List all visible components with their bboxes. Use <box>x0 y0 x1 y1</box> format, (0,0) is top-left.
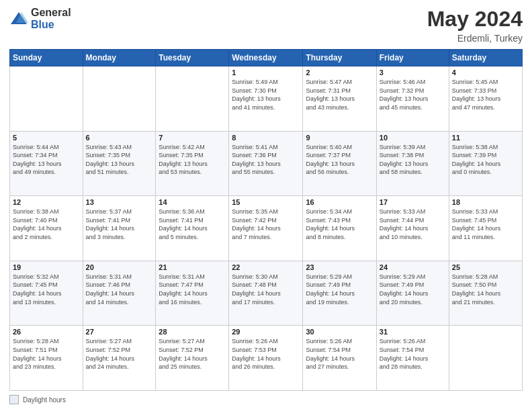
day-info: Sunrise: 5:37 AM Sunset: 7:41 PM Dayligh… <box>86 208 153 241</box>
day-info: Sunrise: 5:32 AM Sunset: 7:45 PM Dayligh… <box>13 273 80 306</box>
day-info: Sunrise: 5:39 AM Sunset: 7:38 PM Dayligh… <box>380 143 446 177</box>
col-saturday: Saturday <box>449 50 522 66</box>
table-row: 28Sunrise: 5:27 AM Sunset: 7:52 PM Dayli… <box>156 326 229 391</box>
table-row: 19Sunrise: 5:32 AM Sunset: 7:45 PM Dayli… <box>10 261 83 326</box>
day-number: 23 <box>306 263 373 271</box>
col-tuesday: Tuesday <box>156 50 229 66</box>
header: General Blue May 2024 Erdemli, Turkey <box>9 7 523 44</box>
table-row <box>156 66 229 132</box>
col-wednesday: Wednesday <box>229 50 303 66</box>
day-info: Sunrise: 5:41 AM Sunset: 7:36 PM Dayligh… <box>232 143 300 177</box>
table-row: 13Sunrise: 5:37 AM Sunset: 7:41 PM Dayli… <box>83 196 156 261</box>
day-number: 19 <box>13 263 80 271</box>
day-number: 31 <box>380 328 446 336</box>
calendar-week-row: 19Sunrise: 5:32 AM Sunset: 7:45 PM Dayli… <box>10 261 523 326</box>
day-number: 12 <box>13 198 80 206</box>
table-row: 1Sunrise: 5:49 AM Sunset: 7:30 PM Daylig… <box>229 66 303 132</box>
day-number: 11 <box>452 134 519 142</box>
table-row: 10Sunrise: 5:39 AM Sunset: 7:38 PM Dayli… <box>376 131 449 196</box>
day-info: Sunrise: 5:28 AM Sunset: 7:50 PM Dayligh… <box>452 273 519 306</box>
day-number: 7 <box>159 134 226 142</box>
day-number: 15 <box>232 198 300 206</box>
col-friday: Friday <box>376 50 449 66</box>
day-number: 9 <box>306 134 373 142</box>
day-number: 29 <box>232 328 300 336</box>
table-row <box>449 326 522 391</box>
day-info: Sunrise: 5:49 AM Sunset: 7:30 PM Dayligh… <box>232 78 300 111</box>
day-number: 8 <box>232 134 300 142</box>
col-sunday: Sunday <box>10 50 83 66</box>
day-info: Sunrise: 5:30 AM Sunset: 7:48 PM Dayligh… <box>232 273 300 306</box>
day-number: 21 <box>159 263 226 271</box>
table-row: 27Sunrise: 5:27 AM Sunset: 7:52 PM Dayli… <box>83 326 156 391</box>
day-number: 16 <box>306 198 373 206</box>
day-number: 3 <box>380 68 446 77</box>
table-row: 11Sunrise: 5:38 AM Sunset: 7:39 PM Dayli… <box>449 131 522 196</box>
day-number: 25 <box>452 263 519 271</box>
table-row: 29Sunrise: 5:26 AM Sunset: 7:53 PM Dayli… <box>229 326 303 391</box>
day-info: Sunrise: 5:31 AM Sunset: 7:46 PM Dayligh… <box>86 273 153 306</box>
day-number: 10 <box>380 134 446 142</box>
table-row: 7Sunrise: 5:42 AM Sunset: 7:35 PM Daylig… <box>156 131 229 196</box>
calendar-table: Sunday Monday Tuesday Wednesday Thursday… <box>9 49 523 391</box>
daylight-legend-box <box>9 395 19 404</box>
table-row: 5Sunrise: 5:44 AM Sunset: 7:34 PM Daylig… <box>10 131 83 196</box>
day-info: Sunrise: 5:27 AM Sunset: 7:52 PM Dayligh… <box>86 337 153 371</box>
logo-icon <box>9 9 28 28</box>
calendar-week-row: 1Sunrise: 5:49 AM Sunset: 7:30 PM Daylig… <box>10 66 523 132</box>
logo-text: General Blue <box>31 7 71 30</box>
day-info: Sunrise: 5:34 AM Sunset: 7:43 PM Dayligh… <box>306 208 373 241</box>
table-row: 3Sunrise: 5:46 AM Sunset: 7:32 PM Daylig… <box>376 66 449 132</box>
day-number: 27 <box>86 328 153 336</box>
daylight-label: Daylight hours <box>23 396 66 404</box>
table-row: 24Sunrise: 5:29 AM Sunset: 7:49 PM Dayli… <box>376 261 449 326</box>
table-row: 14Sunrise: 5:36 AM Sunset: 7:41 PM Dayli… <box>156 196 229 261</box>
day-info: Sunrise: 5:31 AM Sunset: 7:47 PM Dayligh… <box>159 273 226 306</box>
day-number: 14 <box>159 198 226 206</box>
day-info: Sunrise: 5:26 AM Sunset: 7:54 PM Dayligh… <box>306 337 373 371</box>
day-info: Sunrise: 5:40 AM Sunset: 7:37 PM Dayligh… <box>306 143 373 177</box>
day-info: Sunrise: 5:47 AM Sunset: 7:31 PM Dayligh… <box>306 78 373 111</box>
day-info: Sunrise: 5:35 AM Sunset: 7:42 PM Dayligh… <box>232 208 300 241</box>
day-number: 30 <box>306 328 373 336</box>
calendar-header-row: Sunday Monday Tuesday Wednesday Thursday… <box>10 50 523 66</box>
day-info: Sunrise: 5:36 AM Sunset: 7:41 PM Dayligh… <box>159 208 226 241</box>
day-info: Sunrise: 5:38 AM Sunset: 7:39 PM Dayligh… <box>452 143 519 177</box>
day-number: 6 <box>86 134 153 142</box>
table-row: 31Sunrise: 5:26 AM Sunset: 7:54 PM Dayli… <box>376 326 449 391</box>
day-number: 28 <box>159 328 226 336</box>
table-row <box>83 66 156 132</box>
table-row: 6Sunrise: 5:43 AM Sunset: 7:35 PM Daylig… <box>83 131 156 196</box>
logo-general-text: General <box>31 7 71 19</box>
day-info: Sunrise: 5:45 AM Sunset: 7:33 PM Dayligh… <box>452 78 519 111</box>
table-row: 4Sunrise: 5:45 AM Sunset: 7:33 PM Daylig… <box>449 66 522 132</box>
day-number: 22 <box>232 263 300 271</box>
day-number: 20 <box>86 263 153 271</box>
table-row: 16Sunrise: 5:34 AM Sunset: 7:43 PM Dayli… <box>303 196 376 261</box>
day-info: Sunrise: 5:46 AM Sunset: 7:32 PM Dayligh… <box>380 78 446 111</box>
table-row: 30Sunrise: 5:26 AM Sunset: 7:54 PM Dayli… <box>303 326 376 391</box>
day-info: Sunrise: 5:26 AM Sunset: 7:54 PM Dayligh… <box>380 337 446 371</box>
table-row <box>10 66 83 132</box>
day-info: Sunrise: 5:29 AM Sunset: 7:49 PM Dayligh… <box>380 273 446 306</box>
col-thursday: Thursday <box>303 50 376 66</box>
table-row: 22Sunrise: 5:30 AM Sunset: 7:48 PM Dayli… <box>229 261 303 326</box>
day-number: 13 <box>86 198 153 206</box>
day-info: Sunrise: 5:42 AM Sunset: 7:35 PM Dayligh… <box>159 143 226 177</box>
day-number: 17 <box>380 198 446 206</box>
day-info: Sunrise: 5:29 AM Sunset: 7:49 PM Dayligh… <box>306 273 373 306</box>
table-row: 25Sunrise: 5:28 AM Sunset: 7:50 PM Dayli… <box>449 261 522 326</box>
calendar-week-row: 5Sunrise: 5:44 AM Sunset: 7:34 PM Daylig… <box>10 131 523 196</box>
day-info: Sunrise: 5:28 AM Sunset: 7:51 PM Dayligh… <box>13 337 80 371</box>
day-info: Sunrise: 5:44 AM Sunset: 7:34 PM Dayligh… <box>13 143 80 177</box>
calendar-week-row: 26Sunrise: 5:28 AM Sunset: 7:51 PM Dayli… <box>10 326 523 391</box>
day-number: 18 <box>452 198 519 206</box>
calendar-week-row: 12Sunrise: 5:38 AM Sunset: 7:40 PM Dayli… <box>10 196 523 261</box>
table-row: 15Sunrise: 5:35 AM Sunset: 7:42 PM Dayli… <box>229 196 303 261</box>
table-row: 9Sunrise: 5:40 AM Sunset: 7:37 PM Daylig… <box>303 131 376 196</box>
table-row: 2Sunrise: 5:47 AM Sunset: 7:31 PM Daylig… <box>303 66 376 132</box>
table-row: 18Sunrise: 5:33 AM Sunset: 7:45 PM Dayli… <box>449 196 522 261</box>
day-info: Sunrise: 5:38 AM Sunset: 7:40 PM Dayligh… <box>13 208 80 241</box>
title-location: Erdemli, Turkey <box>427 33 523 44</box>
table-row: 23Sunrise: 5:29 AM Sunset: 7:49 PM Dayli… <box>303 261 376 326</box>
